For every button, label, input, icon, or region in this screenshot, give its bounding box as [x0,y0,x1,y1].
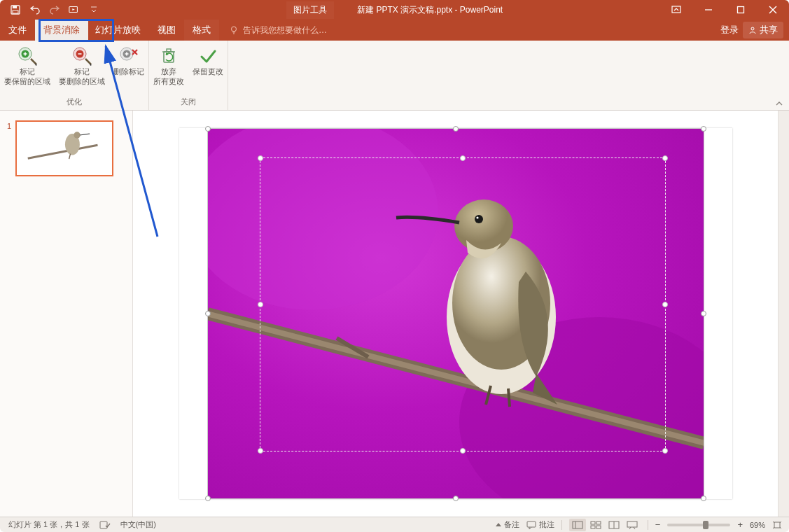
tab-view[interactable]: 视图 [149,20,184,41]
comments-label: 批注 [539,519,554,530]
slide-count-status[interactable]: 幻灯片 第 1 张，共 1 张 [8,519,90,530]
close-button[interactable] [757,0,789,20]
svg-rect-30 [167,49,171,52]
svg-rect-5 [672,6,680,13]
keep-changes-label: 保留更改 [193,67,223,77]
mark-remove-label-2: 要删除的区域 [59,77,105,87]
discard-all-changes-button[interactable]: 放弃 所有更改 [149,41,188,95]
slide-canvas[interactable] [179,128,732,499]
ribbon-display-options-icon[interactable] [660,0,692,20]
svg-rect-47 [573,522,582,528]
qat-dropdown-icon[interactable] [88,4,99,15]
share-button[interactable]: 共享 [743,22,783,38]
svg-rect-45 [100,522,107,528]
lightbulb-icon [229,25,239,35]
mark-areas-to-remove-button[interactable]: 标记 要删除的区域 [55,41,109,95]
language-status[interactable]: 中文(中国) [120,519,156,530]
minimize-button[interactable] [692,0,725,20]
share-label: 共享 [760,24,778,36]
zoom-percent[interactable]: 69% [750,521,765,529]
status-bar: 幻灯片 第 1 张，共 1 张 中文(中国) 备注 批注 − + 69% [0,517,789,532]
slide-sorter-view-button[interactable] [587,519,604,531]
svg-rect-46 [527,522,536,527]
redo-icon[interactable] [49,4,60,15]
tell-me-placeholder: 告诉我您想要做什么… [243,24,327,36]
save-icon[interactable] [10,4,21,15]
slide-edit-area[interactable] [133,111,778,517]
zoom-in-button[interactable]: + [737,519,743,530]
ribbon-group-refine: 优化 [67,95,82,108]
keep-changes-button[interactable]: 保留更改 [188,41,228,95]
reading-view-button[interactable] [606,519,622,531]
svg-point-13 [751,27,754,30]
mark-keep-icon [16,45,39,67]
mark-keep-label-1: 标记 [20,67,35,77]
svg-point-10 [232,27,237,31]
slide-thumbnail-1[interactable] [15,120,113,176]
slideshow-view-button[interactable] [624,519,641,531]
thumbnail-number: 1 [7,120,11,176]
keep-changes-icon [197,45,219,67]
svg-rect-55 [627,522,637,527]
background-removal-marquee[interactable] [260,158,666,451]
spellcheck-status[interactable] [99,520,111,530]
svg-line-34 [80,134,90,135]
svg-rect-50 [596,522,601,524]
svg-rect-7 [738,7,744,13]
delete-mark-button[interactable]: 删除标记 [109,41,148,95]
undo-icon[interactable] [29,4,41,15]
svg-rect-51 [591,526,595,528]
discard-label-1: 放弃 [161,67,176,77]
tab-slideshow[interactable]: 幻灯片放映 [87,20,149,41]
svg-rect-58 [774,522,780,528]
svg-rect-1 [13,6,17,8]
delete-mark-label: 删除标记 [113,67,144,77]
spellcheck-icon [99,520,111,530]
svg-line-35 [69,154,71,160]
svg-point-33 [74,132,81,139]
mark-remove-icon [71,45,93,67]
maximize-button[interactable] [725,0,757,20]
tab-format[interactable]: 格式 [184,20,219,41]
svg-rect-52 [596,526,601,528]
start-from-beginning-icon[interactable] [69,4,80,15]
svg-line-31 [28,145,98,158]
notes-label: 备注 [504,519,519,530]
picture-tools-label: 图片工具 [286,1,334,19]
vertical-scrollbar[interactable] [778,111,789,517]
document-title: 新建 PPTX 演示文稿.pptx - PowerPoint [357,5,503,15]
delete-mark-icon [118,45,140,67]
notes-button[interactable]: 备注 [496,519,519,530]
discard-label-2: 所有更改 [153,77,184,87]
fit-to-window-button[interactable] [772,521,782,529]
tell-me-search[interactable]: 告诉我您想要做什么… [219,20,327,41]
mark-remove-label-1: 标记 [74,67,90,77]
comments-icon [526,521,536,529]
zoom-out-button[interactable]: − [655,519,661,530]
normal-view-button[interactable] [569,519,586,531]
collapse-ribbon-icon[interactable] [775,100,783,107]
discard-icon [158,45,180,67]
mark-keep-label-2: 要保留的区域 [4,77,50,87]
slide-thumbnail-pane[interactable]: 1 [0,111,133,517]
svg-rect-2 [13,10,18,13]
tab-file[interactable]: 文件 [0,20,35,41]
mark-areas-to-keep-button[interactable]: 标记 要保留的区域 [0,41,55,95]
ribbon: 标记 要保留的区域 标记 要删除的区域 删除标记 优化 [0,41,789,111]
tab-background-removal[interactable]: 背景消除 [35,20,88,41]
share-icon [748,26,757,34]
comments-button[interactable]: 批注 [526,519,554,530]
login-link[interactable]: 登录 [720,24,739,36]
zoom-slider[interactable] [667,524,730,526]
svg-rect-49 [591,522,595,524]
ribbon-group-close: 关闭 [181,95,196,108]
